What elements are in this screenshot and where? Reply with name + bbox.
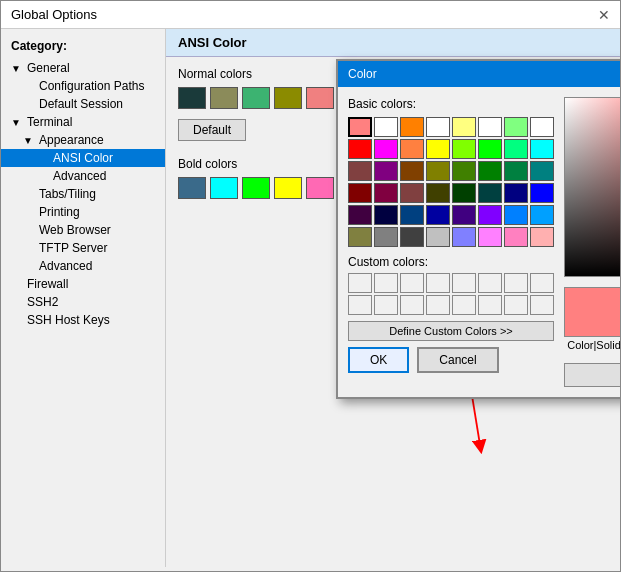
basic-color-cell-17[interactable] [374,161,398,181]
bold-color-swatch-4[interactable] [306,177,334,199]
sidebar-item-web-browser[interactable]: Web Browser [1,221,165,239]
sidebar-item-advanced-terminal[interactable]: Advanced [1,257,165,275]
normal-color-swatch-0[interactable] [178,87,206,109]
custom-color-2[interactable] [374,273,398,293]
basic-color-cell-3[interactable] [426,117,450,137]
basic-color-cell-39[interactable] [530,205,554,225]
custom-color-5[interactable] [452,273,476,293]
basic-color-cell-32[interactable] [348,205,372,225]
basic-color-cell-25[interactable] [374,183,398,203]
basic-color-cell-13[interactable] [478,139,502,159]
custom-color-10[interactable] [374,295,398,315]
normal-color-swatch-2[interactable] [242,87,270,109]
basic-color-cell-1[interactable] [374,117,398,137]
bold-color-swatch-1[interactable] [210,177,238,199]
sidebar-item-advanced-appearance[interactable]: Advanced [1,167,165,185]
sidebar-item-tabs-tiling[interactable]: Tabs/Tiling [1,185,165,203]
color-spectrum[interactable] [564,97,621,277]
sidebar-item-ansi-color[interactable]: ANSI Color [1,149,165,167]
basic-color-cell-10[interactable] [400,139,424,159]
basic-color-cell-30[interactable] [504,183,528,203]
custom-colors-section: Custom colors: [348,255,554,315]
basic-color-cell-23[interactable] [530,161,554,181]
cancel-button[interactable]: Cancel [417,347,498,373]
window-close-button[interactable]: ✕ [598,8,610,22]
basic-color-cell-20[interactable] [452,161,476,181]
basic-color-cell-42[interactable] [400,227,424,247]
basic-color-cell-41[interactable] [374,227,398,247]
basic-color-cell-8[interactable] [348,139,372,159]
sidebar-item-printing[interactable]: Printing [1,203,165,221]
basic-color-cell-15[interactable] [530,139,554,159]
basic-color-cell-44[interactable] [452,227,476,247]
custom-color-4[interactable] [426,273,450,293]
custom-color-9[interactable] [348,295,372,315]
basic-color-cell-24[interactable] [348,183,372,203]
basic-color-cell-7[interactable] [530,117,554,137]
bold-color-swatch-0[interactable] [178,177,206,199]
define-custom-button[interactable]: Define Custom Colors >> [348,321,554,341]
basic-color-cell-46[interactable] [504,227,528,247]
basic-color-cell-14[interactable] [504,139,528,159]
basic-color-cell-27[interactable] [426,183,450,203]
custom-color-1[interactable] [348,273,372,293]
sidebar-item-ssh2[interactable]: SSH2 [1,293,165,311]
basic-color-cell-2[interactable] [400,117,424,137]
basic-color-cell-16[interactable] [348,161,372,181]
custom-color-12[interactable] [426,295,450,315]
basic-color-cell-11[interactable] [426,139,450,159]
basic-color-cell-21[interactable] [478,161,502,181]
sidebar-item-firewall[interactable]: Firewall [1,275,165,293]
basic-color-cell-36[interactable] [452,205,476,225]
basic-color-cell-47[interactable] [530,227,554,247]
basic-color-cell-38[interactable] [504,205,528,225]
basic-color-cell-29[interactable] [478,183,502,203]
custom-color-3[interactable] [400,273,424,293]
custom-color-16[interactable] [530,295,554,315]
basic-color-cell-43[interactable] [426,227,450,247]
basic-color-cell-9[interactable] [374,139,398,159]
basic-colors-label: Basic colors: [348,97,554,111]
sidebar-item-config-paths[interactable]: Configuration Paths [1,77,165,95]
normal-color-swatch-3[interactable] [274,87,302,109]
custom-color-11[interactable] [400,295,424,315]
sidebar-item-terminal[interactable]: ▼Terminal [1,113,165,131]
basic-color-cell-19[interactable] [426,161,450,181]
basic-color-cell-40[interactable] [348,227,372,247]
custom-color-13[interactable] [452,295,476,315]
spectrum-layer2 [565,98,621,276]
sidebar-item-general[interactable]: ▼General [1,59,165,77]
custom-color-6[interactable] [478,273,502,293]
sidebar-item-ssh-host-keys[interactable]: SSH Host Keys [1,311,165,329]
custom-color-15[interactable] [504,295,528,315]
bold-color-swatch-2[interactable] [242,177,270,199]
basic-color-cell-37[interactable] [478,205,502,225]
basic-color-cell-4[interactable] [452,117,476,137]
sidebar-item-tftp-server[interactable]: TFTP Server [1,239,165,257]
left-panel: Category: ▼GeneralConfiguration PathsDef… [1,29,166,567]
add-to-custom-button[interactable]: Add to Custom Colors [564,363,621,387]
custom-color-14[interactable] [478,295,502,315]
custom-color-8[interactable] [530,273,554,293]
sidebar-item-appearance[interactable]: ▼Appearance [1,131,165,149]
basic-color-cell-12[interactable] [452,139,476,159]
custom-color-7[interactable] [504,273,528,293]
basic-color-cell-26[interactable] [400,183,424,203]
basic-color-cell-0[interactable] [348,117,372,137]
basic-color-cell-6[interactable] [504,117,528,137]
basic-color-cell-35[interactable] [426,205,450,225]
basic-color-cell-34[interactable] [400,205,424,225]
bold-color-swatch-3[interactable] [274,177,302,199]
ok-button[interactable]: OK [348,347,409,373]
basic-color-cell-18[interactable] [400,161,424,181]
basic-color-cell-33[interactable] [374,205,398,225]
default-button[interactable]: Default [178,119,246,141]
normal-color-swatch-4[interactable] [306,87,334,109]
basic-color-cell-31[interactable] [530,183,554,203]
basic-color-cell-22[interactable] [504,161,528,181]
basic-color-cell-45[interactable] [478,227,502,247]
basic-color-cell-28[interactable] [452,183,476,203]
basic-color-cell-5[interactable] [478,117,502,137]
sidebar-item-default-session[interactable]: Default Session [1,95,165,113]
normal-color-swatch-1[interactable] [210,87,238,109]
